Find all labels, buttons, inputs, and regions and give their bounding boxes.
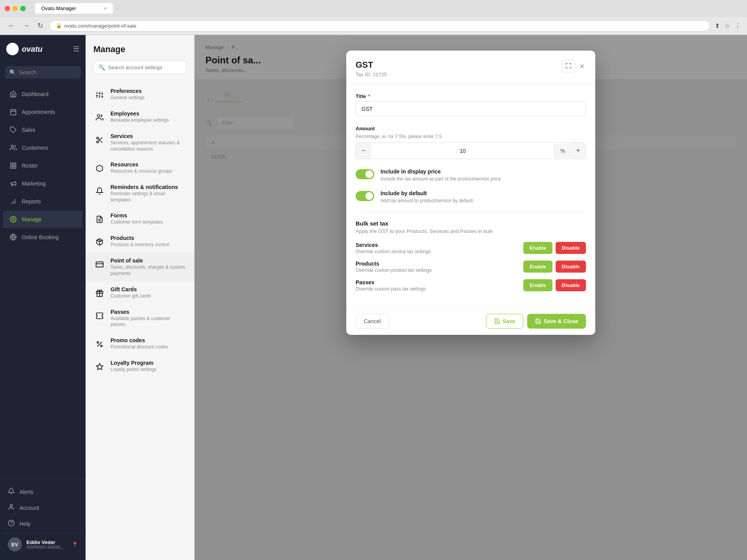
manage-nav-point-of-sale[interactable]: Point of sale Taxes, discounts, charges … — [86, 253, 194, 281]
modal-footer: Cancel Save Save & Close — [346, 307, 595, 335]
manage-nav-text-employees: Employees Bookable employee settings — [110, 110, 186, 124]
sidebar-item-manage[interactable]: Manage — [3, 211, 82, 228]
address-bar[interactable]: 🔒 ovatu.com/manage/point-of-sale — [49, 20, 710, 32]
sidebar: ovatu ☰ 🔍 Search Dashboard Appointments — [0, 35, 86, 560]
sidebar-item-dashboard[interactable]: Dashboard — [3, 86, 82, 103]
sidebar-user-profile[interactable]: EV Eddie Veder INSPIRING BARBER NEW YORK… — [5, 533, 81, 555]
manage-nav-products[interactable]: Products Products & inventory control — [86, 230, 194, 253]
close-modal-button[interactable]: × — [578, 60, 586, 72]
sidebar-item-appointments[interactable]: Appointments — [3, 103, 82, 121]
svg-point-46 — [97, 341, 98, 343]
users-icon — [9, 144, 17, 152]
refresh-button[interactable]: ↻ — [36, 20, 45, 32]
amount-input[interactable] — [371, 144, 555, 158]
sidebar-item-label: Account — [19, 505, 39, 511]
modal-backdrop: GST Tax ID: 21725 × — [195, 35, 747, 560]
help-circle-icon — [8, 520, 15, 528]
sidebar-search[interactable]: 🔍 Search — [5, 66, 81, 79]
amount-increment-button[interactable]: + — [570, 143, 586, 159]
bell-icon — [8, 488, 15, 496]
share-icon[interactable]: ⬆ — [715, 22, 720, 30]
sidebar-item-alerts[interactable]: Alerts — [5, 484, 81, 500]
file-text-icon — [93, 213, 106, 226]
include-display-price-toggle[interactable] — [356, 169, 374, 179]
services-disable-button[interactable]: Disable — [556, 242, 586, 254]
browser-toolbar-icons: ⬆ ☆ ⋮ — [715, 22, 741, 30]
close-window-button[interactable] — [5, 6, 10, 11]
bulk-tax-title: Bulk set tax — [356, 220, 586, 227]
settings-icon — [9, 215, 17, 223]
section-divider — [356, 212, 586, 212]
amount-decrement-button[interactable]: − — [356, 143, 371, 159]
svg-rect-11 — [14, 166, 16, 168]
sidebar-item-account[interactable]: Account — [5, 500, 81, 516]
minimize-window-button[interactable] — [12, 6, 18, 11]
expand-modal-button[interactable] — [562, 60, 575, 73]
title-label: Title * — [356, 93, 586, 99]
manage-nav-resources[interactable]: Resources Resources & resource groups — [86, 157, 194, 179]
megaphone-icon — [9, 180, 17, 187]
manage-search-input[interactable] — [108, 65, 181, 70]
forward-button[interactable]: → — [21, 20, 31, 32]
amount-input-group: − % + — [356, 142, 586, 159]
sidebar-item-marketing[interactable]: Marketing — [3, 175, 82, 192]
save-button[interactable]: Save — [486, 314, 524, 329]
sidebar-item-sales[interactable]: Sales — [3, 121, 82, 138]
sidebar-item-online-booking[interactable]: Online Booking — [3, 229, 82, 246]
sidebar-item-label: Alerts — [19, 489, 33, 495]
include-by-default-toggle[interactable] — [356, 191, 374, 201]
search-icon: 🔍 — [98, 64, 105, 70]
modal-title: GST — [356, 60, 387, 70]
cancel-button[interactable]: Cancel — [356, 314, 389, 329]
bulk-products-info: Products Override custom product tax set… — [356, 261, 523, 273]
passes-enable-button[interactable]: Enable — [523, 279, 552, 291]
manage-search-bar[interactable]: 🔍 — [93, 61, 186, 74]
services-enable-button[interactable]: Enable — [523, 242, 552, 254]
manage-nav-reminders[interactable]: Reminders & notifications Reminder setti… — [86, 179, 194, 208]
sidebar-item-customers[interactable]: Customers — [3, 139, 82, 156]
passes-disable-button[interactable]: Disable — [556, 279, 586, 291]
sidebar-item-help[interactable]: Help — [5, 516, 81, 532]
amount-helper: Percentage, ie. for 7.5%, please enter 7… — [356, 134, 586, 139]
bulk-products-desc: Override custom product tax settings — [356, 268, 523, 273]
sidebar-bottom: Alerts Account Help EV Eddie Veder — [0, 479, 86, 560]
bulk-services-info: Services Override custom service tax set… — [356, 242, 523, 254]
bulk-passes-label: Passes — [356, 279, 523, 285]
title-form-group: Title * — [356, 93, 586, 116]
title-input[interactable] — [356, 102, 586, 116]
manage-nav-promo-codes[interactable]: Promo codes Promotional discount codes — [86, 332, 194, 355]
tab-close-button[interactable]: × — [103, 5, 107, 11]
manage-nav-gift-cards[interactable]: Gift Cards Customer gift cards — [86, 282, 194, 304]
svg-line-35 — [100, 141, 102, 143]
sidebar-item-reports[interactable]: Reports — [3, 193, 82, 210]
manage-nav-text-services: Services Services, appointment statuses … — [110, 133, 186, 152]
bookmark-icon[interactable]: ☆ — [724, 22, 730, 30]
products-enable-button[interactable]: Enable — [523, 261, 552, 273]
save-and-close-button[interactable]: Save & Close — [527, 314, 586, 329]
more-options-icon[interactable]: ⋮ — [735, 22, 741, 30]
sidebar-item-roster[interactable]: Roster — [3, 157, 82, 174]
sidebar-search-label: Search — [19, 69, 36, 75]
manage-panel-title: Manage — [93, 44, 186, 54]
user-info: Eddie Veder INSPIRING BARBER NEW YORK — [26, 539, 67, 550]
svg-point-31 — [97, 115, 100, 117]
browser-tab[interactable]: Ovatu Manager × — [35, 3, 113, 14]
credit-card-icon — [93, 258, 106, 271]
box-icon — [93, 162, 106, 175]
manage-nav-passes[interactable]: Passes Available passes & customer passe… — [86, 304, 194, 332]
include-by-default-row: Include by default Add tax amount to pro… — [356, 190, 586, 204]
manage-nav-services[interactable]: Services Services, appointment statuses … — [86, 128, 194, 157]
manage-nav-preferences[interactable]: Preferences General settings — [86, 83, 194, 106]
manage-nav-loyalty[interactable]: Loyalty Program Loyalty points settings — [86, 355, 194, 378]
products-disable-button[interactable]: Disable — [556, 261, 586, 273]
user-subtitle: INSPIRING BARBER NEW YORK — [26, 545, 67, 550]
manage-nav: Preferences General settings Employees B… — [86, 80, 194, 560]
manage-nav-forms[interactable]: Forms Customer form templates — [86, 208, 194, 230]
bulk-passes-row: Passes Override custom pass tax settings… — [356, 279, 586, 292]
manage-nav-employees[interactable]: Employees Bookable employee settings — [86, 106, 194, 128]
maximize-window-button[interactable] — [20, 6, 26, 11]
svg-point-19 — [10, 504, 12, 507]
manage-nav-text-products: Products Products & inventory control — [110, 235, 186, 248]
back-button[interactable]: ← — [6, 20, 16, 32]
hamburger-button[interactable]: ☰ — [73, 45, 79, 53]
